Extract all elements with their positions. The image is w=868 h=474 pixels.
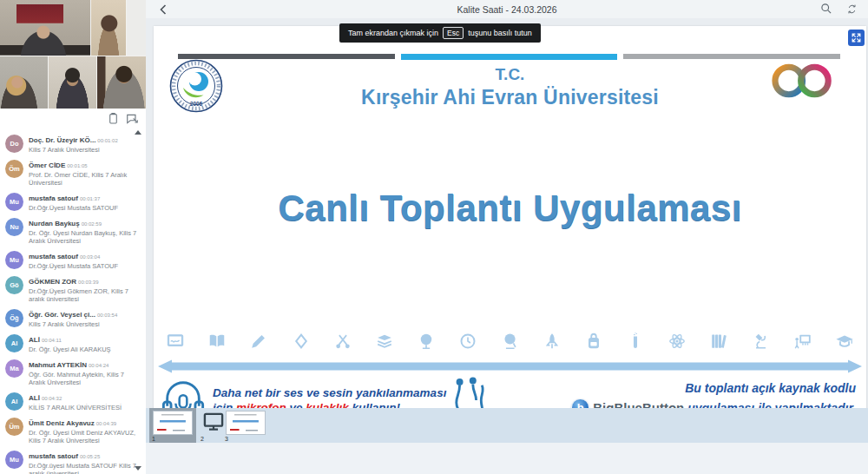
- participant-name: Mahmut AYTEKİN: [29, 361, 87, 369]
- test-tube-icon: [626, 332, 645, 351]
- participant-timestamp: 00:03:39: [78, 280, 98, 285]
- education-icon-band: [159, 329, 861, 353]
- participant-subtitle: Dr. Öğr. Üyesi Nurdan Baykuş, Kilis 7 Ar…: [29, 229, 137, 245]
- participant-name: mustafa satouf: [29, 452, 78, 460]
- participant-item[interactable]: Mu mustafa satouf00:05:25 Dr.Öğr.üyesi M…: [0, 447, 146, 474]
- globe-icon: [417, 332, 436, 351]
- participant-avatar: Öm: [5, 160, 23, 178]
- slide-header-bars: [178, 54, 840, 59]
- microscope-icon: [752, 332, 771, 351]
- meeting-title: Kalite Saati - 24.03.2026: [146, 4, 868, 15]
- participant-avatar: Üm: [5, 418, 23, 436]
- slide-thumbnail-1-preview: [153, 411, 193, 435]
- webcam-feed-3[interactable]: [0, 56, 48, 109]
- webcam-feed-2[interactable]: [91, 0, 126, 56]
- participant-item[interactable]: Do Doç. Dr. Üzeyir KÖ...00:01:02 Kilis 7…: [0, 131, 146, 156]
- tooltip-text-post: tuşunu basılı tutun: [468, 29, 532, 37]
- participant-item[interactable]: Üm Ümit Deniz Akyavuz00:04:39 Dr. Öğr. Ü…: [0, 414, 146, 447]
- webcam-feed-1[interactable]: [0, 0, 90, 56]
- participant-name: Ömer CİDE: [29, 161, 65, 169]
- scroll-down-icon[interactable]: [135, 466, 141, 471]
- participant-avatar: Gö: [5, 276, 23, 294]
- meeting-window: Do Doç. Dr. Üzeyir KÖ...00:01:02 Kilis 7…: [0, 0, 868, 474]
- panel-toolbar: [0, 109, 146, 128]
- slide-thumbnail-1[interactable]: 1: [149, 408, 196, 443]
- participant-name: Öğr. Gör. Veysel çi...: [29, 311, 95, 319]
- participant-item[interactable]: Al ALİ00:04:32 KİLİS 7 ARALIK ÜNİVERSİTE…: [0, 389, 146, 414]
- fullscreen-toggle-button[interactable]: [848, 30, 865, 46]
- participant-subtitle: Kilis 7 Aralık Üniversitesi: [29, 146, 118, 154]
- participant-timestamp: 00:02:59: [82, 221, 102, 227]
- participant-timestamp: 00:04:11: [42, 338, 62, 343]
- participant-name: ALİ: [29, 336, 40, 344]
- smartboard-icon: [166, 332, 185, 351]
- participant-timestamp: 00:03:54: [97, 313, 117, 318]
- participant-item[interactable]: Gö GÖKMEN ZOR00:03:39 Dr.Öğr.Üyesi Gökme…: [0, 273, 146, 306]
- thumbnail-number: 3: [225, 436, 228, 442]
- slide-thumbnail-3[interactable]: 3: [222, 408, 269, 443]
- monitor-icon: [203, 412, 224, 431]
- globe-stand-icon: [501, 332, 520, 351]
- participant-list[interactable]: Do Doç. Dr. Üzeyir KÖ...00:01:02 Kilis 7…: [0, 128, 146, 474]
- participant-item[interactable]: Öm Ömer CİDE00:01:05 Prof. Dr. Ömer CİDE…: [0, 156, 146, 189]
- participant-avatar: Mu: [5, 251, 23, 269]
- participant-item[interactable]: Al ALİ00:04:11 Dr. Öğr. Üyesi Ali KARAKU…: [0, 331, 146, 356]
- participant-avatar: Mu: [5, 193, 23, 211]
- double-arrow-divider: [157, 359, 863, 373]
- header-bar-cyan: [401, 54, 618, 60]
- participant-item[interactable]: Mu mustafa satouf00:01:37 Dr.Öğr.Üyesi M…: [0, 189, 146, 214]
- participant-name: Nurdan Baykuş: [29, 220, 80, 227]
- backpack-icon: [584, 332, 603, 351]
- webcam-empty-slot: [127, 0, 146, 56]
- participant-timestamp: 00:05:25: [80, 454, 100, 459]
- scroll-up-icon[interactable]: [135, 130, 141, 135]
- participant-name: ALİ: [29, 394, 40, 402]
- participant-avatar: Do: [5, 135, 23, 153]
- slide-header-text: T.C. Kırşehir Ahi Evran Üniversitesi: [154, 66, 866, 109]
- presentation-stage: Tam ekrandan çıkmak için Esc tuşunu bası…: [146, 18, 868, 474]
- participant-item[interactable]: Mu mustafa satouf00:03:04 Dr.Öğr.Üyesi M…: [0, 247, 146, 273]
- participant-subtitle: Prof. Dr. Ömer CİDE, Kilis 7 Aralık Üniv…: [29, 171, 137, 187]
- participant-name: Ümit Deniz Akyavuz: [29, 419, 95, 427]
- participant-item[interactable]: Öğ Öğr. Gör. Veysel çi...00:03:54 Kilis …: [0, 306, 146, 331]
- participant-subtitle: Dr.Öğr.Üyesi Mustafa SATOUF: [29, 204, 118, 212]
- pencil-icon: [249, 332, 268, 351]
- participant-avatar: Nu: [5, 218, 23, 236]
- infinity-logo: [766, 61, 842, 104]
- eraser-icon: [292, 332, 311, 351]
- participant-subtitle: Kilis 7 Aralık Üniversitesi: [29, 320, 117, 328]
- participant-timestamp: 00:03:04: [80, 254, 100, 260]
- fullscreen-exit-tooltip: Tam ekrandan çıkmak için Esc tuşunu bası…: [339, 23, 541, 43]
- easel-icon: [793, 332, 812, 351]
- thumbnail-number: 2: [201, 436, 204, 442]
- participant-subtitle: Dr. Öğr. Üyesi Ümit Deniz AKYAVUZ, Kilis…: [29, 429, 137, 444]
- refresh-icon[interactable]: [846, 3, 858, 15]
- participant-name: mustafa satouf: [29, 194, 78, 202]
- clock-icon: [458, 332, 477, 351]
- participant-avatar: Mu: [5, 451, 23, 469]
- participant-subtitle: Dr. Öğr. Üyesi Ali KARAKUŞ: [29, 346, 111, 353]
- header-bar-gray: [623, 54, 840, 59]
- search-icon[interactable]: [820, 3, 832, 15]
- participant-timestamp: 00:04:24: [89, 363, 108, 368]
- back-chevron-icon[interactable]: [156, 3, 170, 16]
- thumbnail-number: 1: [152, 436, 155, 442]
- participant-avatar: Ma: [5, 359, 23, 378]
- clipboard-icon[interactable]: [108, 112, 119, 125]
- participant-avatar: Al: [5, 334, 23, 352]
- bbb-note-line-1: Bu toplantı açık kaynak kodlu: [571, 380, 856, 396]
- webcam-feed-5[interactable]: [97, 56, 146, 109]
- participant-subtitle: KİLİS 7 ARALIK ÜNİVERSİTESİ: [29, 404, 122, 411]
- participant-name: Doç. Dr. Üzeyir KÖ...: [29, 136, 95, 144]
- scissors-icon: [333, 332, 352, 351]
- chat-share-icon[interactable]: [126, 113, 139, 125]
- participant-item[interactable]: Ma Mahmut AYTEKİN00:04:24 Öğr. Gör. Mahm…: [0, 356, 146, 389]
- book-stack-icon: [375, 332, 394, 351]
- webcam-feed-4[interactable]: [49, 56, 96, 109]
- participant-timestamp: 00:01:05: [67, 163, 87, 168]
- participant-subtitle: Dr.Öğr.Üyesi Mustafa SATOUF: [29, 262, 118, 270]
- participant-item[interactable]: Nu Nurdan Baykuş00:02:59 Dr. Öğr. Üyesi …: [0, 214, 146, 247]
- participant-subtitle: Dr.Öğr.Üyesi Gökmen ZOR, Kilis 7 aralık …: [29, 287, 137, 303]
- slide-canvas[interactable]: 2006 T.C. Kırşehir Ahi Evran Üniversites…: [154, 26, 866, 425]
- participant-subtitle: Öğr. Gör. Mahmut Aytekin, Kilis 7 Aralık…: [29, 371, 137, 386]
